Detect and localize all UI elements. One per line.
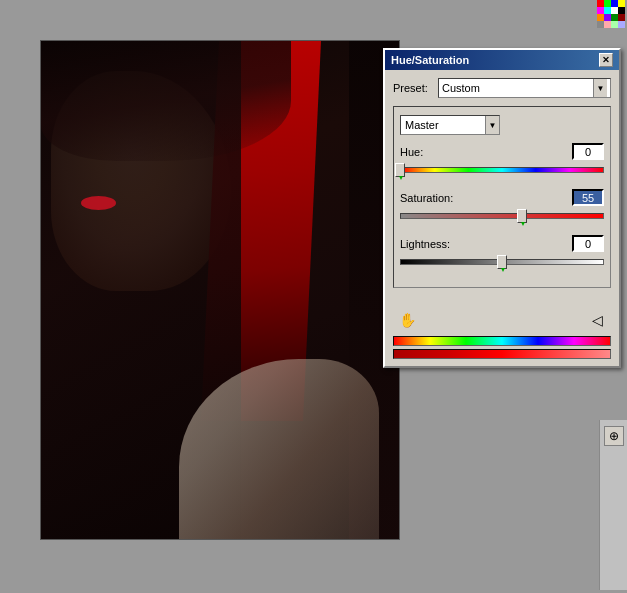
- lips: [81, 196, 116, 210]
- saturation-slider-row: Saturation: 55: [400, 189, 604, 225]
- preset-dropdown[interactable]: Custom ▼: [438, 78, 611, 98]
- channel-select[interactable]: Master ▼: [400, 115, 500, 135]
- red-color-bar: [393, 349, 611, 359]
- swatch-orange[interactable]: [597, 14, 604, 21]
- swatch-magenta[interactable]: [597, 7, 604, 14]
- dialog-bottom: ✋ ◁: [385, 304, 619, 366]
- hue-thumb[interactable]: [395, 163, 405, 177]
- swatch-light-blue[interactable]: [618, 21, 625, 28]
- swatch-blue[interactable]: [611, 0, 618, 7]
- saturation-label-row: Saturation: 55: [400, 189, 604, 206]
- preset-value: Custom: [442, 82, 480, 94]
- rainbow-bar-row: [393, 336, 611, 346]
- lightness-slider-row: Lightness: 0: [400, 235, 604, 271]
- lightness-label-row: Lightness: 0: [400, 235, 604, 252]
- photo-image: [41, 41, 399, 539]
- bottom-icons-row: ✋ ◁: [393, 308, 611, 332]
- bangs: [41, 41, 291, 161]
- rainbow-color-bar: [393, 336, 611, 346]
- photo-container: [40, 40, 400, 540]
- lightness-value[interactable]: 0: [572, 235, 604, 252]
- channel-value: Master: [405, 119, 439, 131]
- preset-label: Preset:: [393, 82, 438, 94]
- swatch-cyan[interactable]: [604, 7, 611, 14]
- swatch-green[interactable]: [604, 0, 611, 7]
- canvas-area: Hue/Saturation ✕ Preset: Custom ▼ Master…: [0, 0, 627, 593]
- channel-dropdown-row: Master ▼: [400, 115, 604, 135]
- lightness-thumb[interactable]: [497, 255, 507, 269]
- expand-tool-icon[interactable]: ◁: [587, 310, 607, 330]
- saturation-track-container[interactable]: [400, 209, 604, 225]
- saturation-value[interactable]: 55: [572, 189, 604, 206]
- swatch-gray[interactable]: [597, 21, 604, 28]
- hand-tool-icon[interactable]: ✋: [397, 310, 417, 330]
- saturation-label: Saturation:: [400, 192, 453, 204]
- dialog-close-button[interactable]: ✕: [599, 53, 613, 67]
- preset-row: Preset: Custom ▼: [393, 78, 611, 98]
- swatch-yellow[interactable]: [618, 0, 625, 7]
- channel-dropdown-arrow[interactable]: ▼: [485, 116, 499, 134]
- swatch-light-green[interactable]: [611, 21, 618, 28]
- swatch-purple[interactable]: [604, 14, 611, 21]
- dialog-body: Preset: Custom ▼ Master ▼: [385, 70, 619, 304]
- swatch-black[interactable]: [618, 7, 625, 14]
- swatch-white[interactable]: [611, 7, 618, 14]
- right-panel: ⊕: [599, 420, 627, 590]
- hue-track-container[interactable]: [400, 163, 604, 179]
- red-bar-row: [393, 349, 611, 359]
- saturation-track: [400, 213, 604, 219]
- color-swatches[interactable]: [597, 0, 627, 40]
- swatch-dark-green[interactable]: [611, 14, 618, 21]
- hue-track: [400, 167, 604, 173]
- swatch-light-red[interactable]: [604, 21, 611, 28]
- hue-label-row: Hue: 0: [400, 143, 604, 160]
- swatch-dark-red[interactable]: [618, 14, 625, 21]
- dialog-title: Hue/Saturation: [391, 54, 469, 66]
- saturation-thumb[interactable]: [517, 209, 527, 223]
- channel-group: Master ▼ Hue: 0: [393, 106, 611, 288]
- hue-saturation-dialog: Hue/Saturation ✕ Preset: Custom ▼ Master…: [383, 48, 621, 368]
- hue-value[interactable]: 0: [572, 143, 604, 160]
- lightness-label: Lightness:: [400, 238, 450, 250]
- panel-icon[interactable]: ⊕: [604, 426, 624, 446]
- lightness-track-container[interactable]: [400, 255, 604, 271]
- dialog-titlebar: Hue/Saturation ✕: [385, 50, 619, 70]
- swatch-red[interactable]: [597, 0, 604, 7]
- hue-label: Hue:: [400, 146, 423, 158]
- hue-slider-row: Hue: 0: [400, 143, 604, 179]
- preset-dropdown-arrow[interactable]: ▼: [593, 79, 607, 97]
